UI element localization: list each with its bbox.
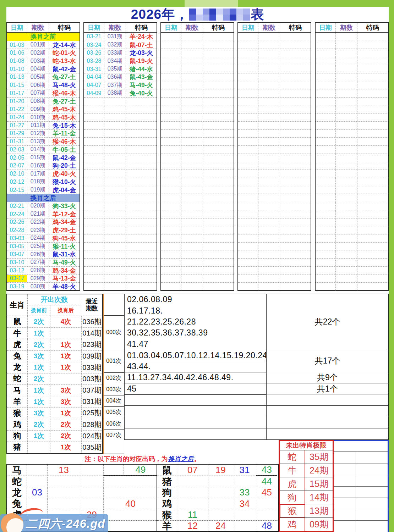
date-cell: 01-17 — [7, 89, 27, 97]
table-row: 02-24021期羊-12-金 — [7, 210, 80, 218]
period-cell — [104, 130, 126, 138]
table-row — [316, 57, 388, 65]
period-cell: 022期 — [27, 218, 49, 226]
date-cell — [84, 194, 104, 202]
number-cell: 43 — [256, 465, 277, 476]
result-group-header: 日期期数特码 — [84, 23, 157, 33]
blur-pixel — [196, 15, 203, 21]
blue-region-row-line — [334, 498, 388, 498]
number-cell — [27, 498, 47, 509]
count-before-cell: 2次 — [28, 316, 50, 327]
zodiac-cell: 狗 — [7, 431, 28, 442]
result-group: 日期期数特码 — [315, 22, 389, 291]
blue-region-divider — [334, 451, 388, 452]
table-row — [316, 154, 388, 162]
bottom-row: 马1349 — [7, 465, 157, 476]
band-row: 换肖之后 — [7, 194, 80, 202]
code-cell — [126, 218, 157, 226]
table-row — [238, 210, 311, 218]
table-row — [84, 145, 157, 154]
code-cell — [280, 218, 311, 226]
date-cell — [316, 138, 336, 145]
table-row: 03-07026期鼠-31-水 — [7, 250, 80, 258]
date-cell — [161, 49, 181, 57]
table-row — [238, 81, 311, 89]
result-group-header: 日期期数特码 — [161, 23, 234, 33]
code-cell: 鸡-45-木 — [49, 113, 80, 121]
table-row — [316, 41, 388, 49]
freq-number-block — [125, 417, 266, 428]
bottom-row: 鸡34 — [157, 498, 278, 509]
table-row — [316, 282, 388, 290]
period-cell: 034期 — [104, 57, 126, 65]
zodiac-cell: 蛇 — [7, 373, 28, 384]
table-row — [161, 202, 234, 210]
table-row — [84, 178, 157, 186]
table-row: 02-05015期鼠-42-金 — [7, 154, 80, 162]
table-row: 04-04036期鼠-43-金 — [84, 73, 157, 81]
blue-region-row-line — [334, 520, 388, 521]
result-group: 日期期数特码 — [160, 22, 234, 291]
freq-number-line: 11.13.27.34.40.42.46.48.49. — [125, 372, 266, 383]
number-cell — [208, 487, 233, 498]
table-row — [238, 162, 311, 170]
freq-total: 共22个 — [267, 294, 388, 350]
note-highlight: 换肖之后 — [168, 455, 194, 463]
freq-label-column: 000次001次002次003次004次005次006次007次 — [103, 294, 124, 454]
freq-total: 共17个 — [267, 350, 388, 372]
code-cell — [126, 243, 157, 250]
table-row — [161, 73, 234, 81]
limit-row: 虎15期 — [280, 477, 333, 491]
date-cell — [316, 65, 336, 73]
date-cell — [316, 73, 336, 81]
table-row: 02-03014期牛-05-土 — [7, 145, 80, 154]
column-header-date: 日期 — [238, 23, 258, 32]
date-cell — [161, 98, 181, 105]
table-row: 02-12018期猴-10-火 — [7, 178, 80, 186]
date-cell — [161, 226, 181, 234]
result-group: 日期期数特码03-21031期羊-24-木03-24032期鼠-07-土03-2… — [83, 22, 157, 291]
freq-number-block: 11.13.27.34.40.42.46.48.49. — [125, 372, 266, 383]
stats-rows: 鼠2次4次036期牛1次014期虎2次1次023期兔3次1次039期龙1次1次0… — [7, 316, 102, 453]
code-cell — [357, 33, 388, 41]
note-row: 注：以下生肖的对应出码，为 换肖之后 。 — [6, 454, 279, 464]
limit-zodiac: 猴 — [280, 504, 305, 517]
count-before-cell: 3次 — [28, 408, 50, 419]
blur-pixel — [230, 9, 236, 15]
code-cell: 兔-15-木 — [49, 122, 80, 129]
table-row: 01-29012期羊-11-金 — [7, 129, 80, 138]
date-cell — [84, 283, 104, 290]
date-cell — [238, 73, 258, 81]
period-cell — [104, 146, 126, 154]
count-before-cell: 1次 — [28, 362, 50, 373]
period-cell — [258, 178, 280, 186]
date-cell — [84, 210, 104, 218]
code-cell — [203, 194, 234, 202]
code-cell — [203, 226, 234, 234]
freq-number-line: 02.06.08.09 — [125, 294, 266, 305]
count-after-cell: 3次 — [50, 396, 82, 407]
note-prefix: 注：以下生肖的对应出码，为 — [85, 455, 168, 463]
period-cell: 015期 — [27, 154, 49, 162]
code-cell — [203, 259, 234, 266]
recent-period-cell: 033期 — [82, 362, 102, 373]
period-cell — [104, 259, 126, 266]
date-cell — [84, 162, 104, 170]
date-cell: 01-15 — [7, 81, 27, 89]
table-row — [84, 282, 157, 290]
period-cell — [258, 243, 280, 250]
code-cell: 虎-04-金 — [49, 186, 80, 194]
code-cell — [203, 89, 234, 97]
code-cell — [280, 210, 311, 218]
date-cell: 03-03 — [7, 234, 27, 242]
period-cell — [258, 226, 280, 234]
freq-label-header-blank — [104, 294, 124, 315]
date-cell — [316, 202, 336, 210]
period-cell — [104, 210, 126, 218]
code-cell: 鸡-34-金 — [49, 267, 80, 275]
table-row — [161, 97, 234, 105]
table-row — [84, 137, 157, 145]
date-cell — [316, 283, 336, 290]
number-cell — [256, 498, 277, 509]
limit-zodiac: 狗 — [280, 491, 305, 504]
